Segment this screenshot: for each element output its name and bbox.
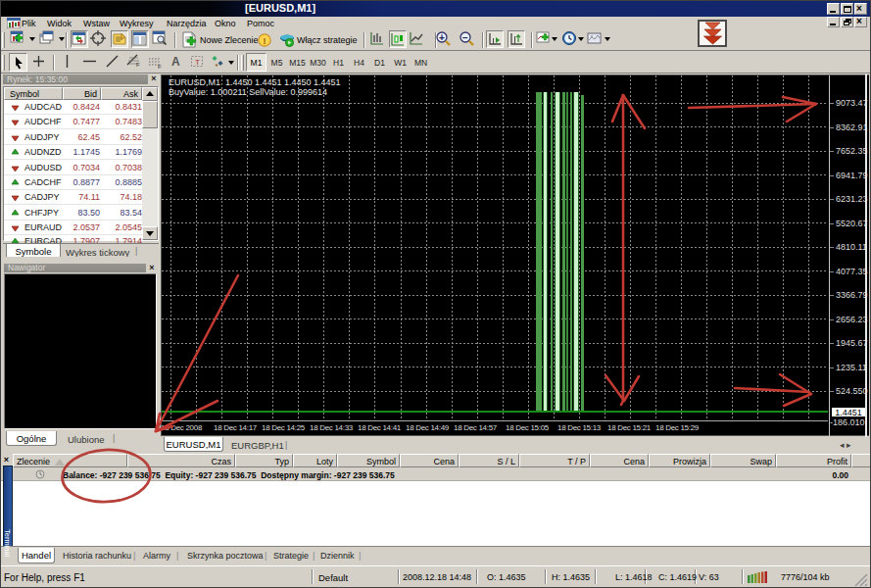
svg-text:T: T xyxy=(195,58,200,67)
svg-text:+: + xyxy=(439,32,445,43)
svg-text:!: ! xyxy=(264,36,266,46)
svg-text:−: − xyxy=(462,32,468,43)
svg-text:F: F xyxy=(136,62,140,68)
svg-text:F: F xyxy=(158,64,162,70)
